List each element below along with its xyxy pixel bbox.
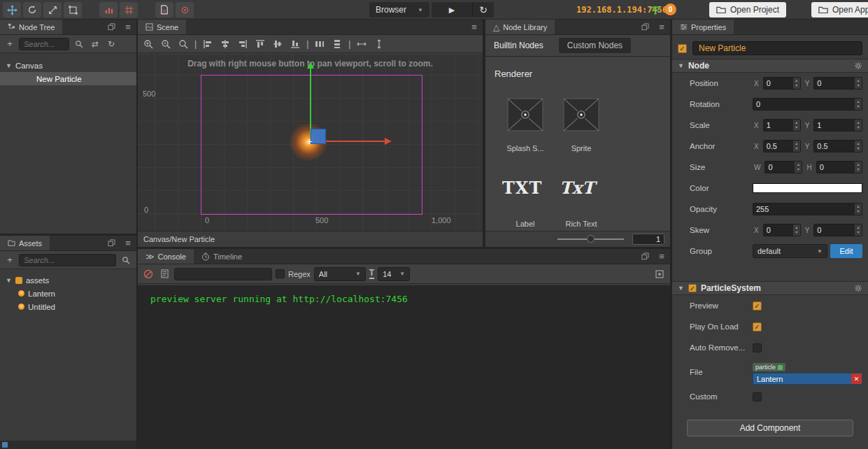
dock-tab-icon[interactable] xyxy=(2,442,8,448)
tree-node-new-particle[interactable]: New Particle xyxy=(0,72,136,85)
zoom-out-icon[interactable] xyxy=(159,39,172,49)
position-x-input[interactable]: ▴▾ xyxy=(763,77,801,90)
panel-menu-icon[interactable]: ≡ xyxy=(653,249,670,264)
open-app-button[interactable]: Open App xyxy=(811,2,868,17)
particlesystem-enabled-checkbox[interactable]: ✓ xyxy=(688,284,697,292)
stepper-icon[interactable]: ▴▾ xyxy=(855,78,862,89)
library-item-label[interactable]: Sprite xyxy=(557,144,606,152)
console-filter-input[interactable] xyxy=(174,268,272,280)
stepper-icon[interactable]: ▴▾ xyxy=(795,162,802,173)
clear-file-icon[interactable]: ✕ xyxy=(851,373,862,384)
tab-node-tree[interactable]: Node Tree xyxy=(0,20,62,34)
collapse-arrow-icon[interactable]: ▼ xyxy=(678,62,684,69)
locate-asset-icon[interactable] xyxy=(778,365,783,370)
tab-timeline[interactable]: Timeline xyxy=(194,249,250,264)
stepper-icon[interactable]: ▴▾ xyxy=(793,224,800,236)
color-swatch[interactable] xyxy=(753,183,862,193)
collapse-arrow-icon[interactable]: ▼ xyxy=(678,285,684,292)
collapse-log-icon[interactable] xyxy=(158,269,171,278)
group-edit-button[interactable]: Edit xyxy=(830,244,862,258)
tab-properties[interactable]: Properties xyxy=(672,20,734,34)
browser-device-dropdown[interactable]: Browser ▼ xyxy=(369,2,429,17)
clear-console-icon[interactable] xyxy=(142,269,155,279)
align-right-icon[interactable] xyxy=(236,39,249,49)
icon-zoom-slider[interactable] xyxy=(557,238,624,240)
panel-menu-icon[interactable]: ≡ xyxy=(653,20,670,34)
scroll-lock-icon[interactable] xyxy=(653,270,666,278)
node-active-checkbox[interactable]: ✓ xyxy=(678,44,687,53)
library-item-label[interactable]: Rich Text xyxy=(557,220,606,228)
scale-tool-button[interactable] xyxy=(43,2,62,17)
scale-y-input[interactable]: ▴▾ xyxy=(813,119,862,131)
tree-node-canvas[interactable]: ▼ Canvas xyxy=(0,59,136,72)
stepper-icon[interactable]: ▴▾ xyxy=(855,224,862,236)
distribute-h-icon[interactable] xyxy=(313,39,326,49)
align-bottom-icon[interactable] xyxy=(289,39,301,49)
particle-file-field[interactable]: Lantern ✕ xyxy=(753,373,862,385)
custom-checkbox[interactable]: ✓ xyxy=(753,392,762,401)
stats-toggle-button[interactable] xyxy=(99,2,118,17)
search-icon[interactable] xyxy=(120,256,132,264)
preview-checkbox[interactable]: ✓ xyxy=(753,301,762,311)
align-center-h-icon[interactable] xyxy=(219,39,232,49)
tab-node-library[interactable]: △ Node Library xyxy=(485,20,555,34)
tab-scene[interactable]: Scene xyxy=(138,20,186,34)
add-component-button[interactable]: Add Component xyxy=(687,420,853,436)
popout-icon[interactable] xyxy=(103,20,120,34)
expand-arrow-icon[interactable]: ▼ xyxy=(6,277,12,284)
play-button[interactable]: ▶ xyxy=(432,2,472,17)
position-y-input[interactable]: ▴▾ xyxy=(813,77,862,90)
size-h-input[interactable]: ▴▾ xyxy=(816,161,862,173)
tab-custom-nodes[interactable]: Custom Nodes xyxy=(559,38,631,53)
panel-menu-icon[interactable]: ≡ xyxy=(120,20,136,34)
regex-checkbox[interactable]: ✓ xyxy=(276,269,285,278)
node-name-input[interactable] xyxy=(692,41,862,55)
icon-zoom-value[interactable]: 1 xyxy=(632,234,664,245)
open-project-button[interactable]: Open Project xyxy=(709,2,786,17)
library-item-label[interactable]: Label xyxy=(501,220,550,228)
align-left-icon[interactable] xyxy=(201,39,214,49)
stepper-icon[interactable]: ▴▾ xyxy=(793,78,800,89)
node-search-input[interactable] xyxy=(19,38,69,50)
align-middle-icon[interactable] xyxy=(271,39,284,49)
size-match-v-icon[interactable] xyxy=(373,39,385,49)
grid-toggle-button[interactable] xyxy=(120,2,138,17)
stepper-icon[interactable]: ▴▾ xyxy=(793,120,800,131)
popout-icon[interactable] xyxy=(636,249,653,264)
panel-menu-icon[interactable]: ≡ xyxy=(120,236,136,250)
skew-y-input[interactable]: ▴▾ xyxy=(813,224,862,236)
popout-icon[interactable] xyxy=(636,20,653,34)
add-asset-button[interactable]: + xyxy=(4,255,15,265)
stepper-icon[interactable]: ▴▾ xyxy=(855,141,862,152)
stepper-icon[interactable]: ▴▾ xyxy=(855,162,862,173)
gizmo-x-axis-arrow[interactable] xyxy=(315,136,393,146)
scale-x-input[interactable]: ▴▾ xyxy=(763,119,801,131)
stepper-icon[interactable]: ▴▾ xyxy=(855,99,862,110)
size-w-input[interactable]: ▴▾ xyxy=(764,161,802,173)
gear-icon[interactable] xyxy=(854,62,862,70)
size-match-h-icon[interactable] xyxy=(355,39,368,49)
gizmo-anchor-handle[interactable] xyxy=(311,129,326,144)
tab-builtin-nodes[interactable]: Builtin Nodes xyxy=(494,41,543,50)
gizmo-y-axis-arrow[interactable] xyxy=(306,62,315,138)
move-tool-button[interactable] xyxy=(3,2,21,17)
anchor-x-input[interactable]: ▴▾ xyxy=(763,140,801,152)
record-button[interactable] xyxy=(176,2,194,17)
gear-icon[interactable] xyxy=(854,284,862,292)
opacity-input[interactable]: ▴▾ xyxy=(753,203,862,215)
particlesystem-section-header[interactable]: ▼ ✓ ParticleSystem xyxy=(672,281,868,295)
zoom-reset-icon[interactable] xyxy=(177,39,190,49)
align-top-icon[interactable] xyxy=(254,39,266,49)
asset-row-lantern[interactable]: Lantern xyxy=(0,287,136,300)
asset-search-input[interactable] xyxy=(19,254,116,266)
scene-viewport[interactable]: Drag with right mouse button to pan view… xyxy=(138,55,483,231)
expand-arrow-icon[interactable]: ▼ xyxy=(6,62,12,69)
anchor-y-input[interactable]: ▴▾ xyxy=(813,140,862,152)
richtext-node-glyph[interactable]: TxT xyxy=(560,178,595,198)
panel-menu-icon[interactable]: ≡ xyxy=(466,20,483,34)
auto-remove-checkbox[interactable]: ✓ xyxy=(753,343,762,352)
asset-root-row[interactable]: ▼ assets xyxy=(0,273,136,287)
sort-toggle-icon[interactable]: ⇄ xyxy=(89,39,101,49)
log-level-select[interactable]: All ▼ xyxy=(314,267,366,281)
group-select[interactable]: default ▼ xyxy=(753,244,827,258)
